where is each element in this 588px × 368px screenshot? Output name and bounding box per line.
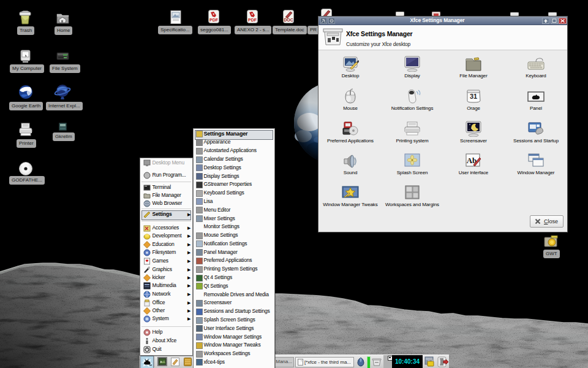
svg-text:PDF: PDF — [248, 18, 257, 22]
svg-text:DOC: DOC — [284, 18, 293, 22]
svg-text:PDF: PDF — [209, 18, 219, 22]
svg-text:31: 31 — [470, 93, 477, 100]
